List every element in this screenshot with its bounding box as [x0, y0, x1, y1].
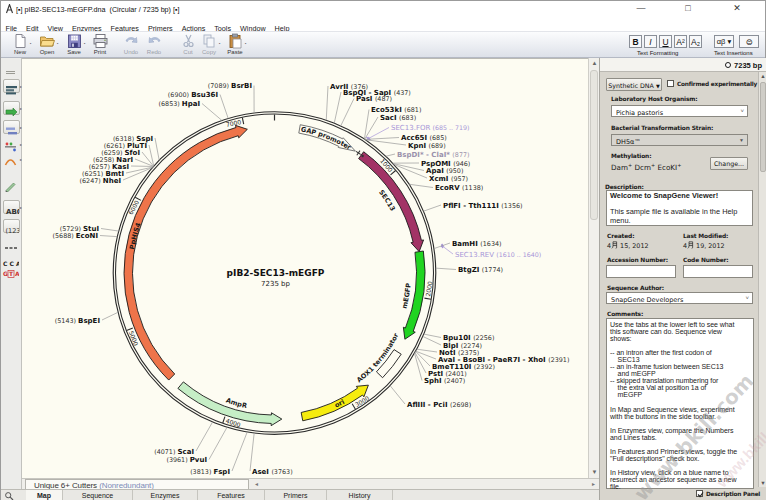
italic-button[interactable]: I [644, 35, 657, 48]
enzyme-label-ecorv[interactable]: EcoRV (1138) [435, 184, 483, 192]
feature-label-megfp: mEGFP [400, 282, 412, 309]
enzyme-label-hpai[interactable]: (6853) HpaI [159, 100, 201, 108]
show-translations-button[interactable] [3, 137, 20, 151]
enzyme-label-pflfi-tth111i[interactable]: PflFI - Tth111I (1356) [443, 202, 523, 210]
show-orfs-button[interactable] [3, 152, 20, 166]
enzyme-label-afliii-pcii[interactable]: AflIII - PciI (2698) [407, 401, 471, 409]
copy-dropdown-icon[interactable]: ▪ [219, 41, 220, 46]
app-icon [5, 4, 14, 14]
tab-primers[interactable]: Primers [265, 490, 327, 500]
methylation-value: Dam+ Dcm+ EcoKI+ [611, 162, 681, 172]
primer-label-sec13-for[interactable]: SEC13.FOR (685 .. 719) [391, 124, 469, 132]
enzyme-label-bamhi[interactable]: BamHI (1634) [452, 240, 502, 248]
tab-sequence[interactable]: Sequence [63, 490, 133, 500]
hscroll-left-icon[interactable]: ◂ [255, 480, 258, 487]
alphabet-insert-button[interactable]: αβ ▾ [714, 35, 734, 48]
enzyme-label-econi[interactable]: (5688) EcoNI [53, 232, 99, 240]
numbering-button[interactable]: (123) [3, 219, 20, 233]
edit-sequence-button[interactable] [3, 177, 20, 191]
enzyme-leader-asei [250, 433, 254, 471]
codons-button[interactable]: C C AGTA [2, 259, 21, 283]
enzyme-leader-bspqi-sapi [334, 92, 341, 123]
print-button[interactable]: Print [87, 33, 113, 58]
tick-7000 [242, 118, 243, 125]
author-dropdown[interactable]: SnapGene Developers˅ [606, 292, 753, 304]
symbol-insert-button[interactable]: ⊜ [739, 35, 759, 48]
enzyme-leader-sspi [155, 138, 159, 160]
redo-button[interactable]: Redo [141, 33, 167, 58]
app-window: [▪] pIB2-SEC13-mEGFP.dna (Circular / 723… [0, 0, 766, 500]
plasmid-map-canvas[interactable]: GAP promotermEGFPSEC13AOX1 terminatorori… [22, 58, 588, 478]
primer-label-sec13-rev[interactable]: SEC13.REV (1610 .. 1640) [455, 251, 541, 259]
panel-scrollbar[interactable]: ▲ ▼ [758, 72, 766, 487]
enzyme-label-asei[interactable]: AseI (3763) [252, 468, 293, 476]
sequence-length-strip: 7235 bp [600, 58, 766, 72]
panel-scroll-down-icon[interactable]: ▼ [759, 480, 766, 486]
code-input[interactable] [683, 265, 753, 278]
panel-scroll-up-icon[interactable]: ▲ [759, 73, 766, 79]
description-box[interactable]: Welcome to SnapGene Viewer!This sample f… [606, 190, 753, 226]
enzyme-label-bsrbi[interactable]: (7089) BsrBI [208, 82, 252, 90]
close-button[interactable]: ✕ [722, 1, 752, 17]
hscroll-right-icon[interactable]: ▸ [592, 480, 595, 487]
enzyme-leader-econi [100, 236, 117, 237]
strain-dropdown[interactable]: DH5α™▼ [611, 134, 748, 146]
enzyme-label-fspi[interactable]: (3813) FspI [190, 468, 230, 476]
sidebar-collapse-handle[interactable] [6, 71, 15, 74]
plasmid-map: GAP promotermEGFPSEC13AOX1 terminatorori… [22, 59, 588, 479]
feature-pphis4[interactable] [124, 125, 247, 380]
enzyme-leader-bsu36i [220, 95, 228, 119]
panel-scroll-thumb[interactable] [760, 82, 766, 172]
enzyme-label-btgzi[interactable]: BtgZI (1774) [458, 266, 503, 274]
maximize-button[interactable]: □ [673, 1, 703, 17]
show-enzymes-button[interactable] [3, 79, 20, 93]
view-tab-bar: MapSequenceEnzymesFeaturesPrimersHistory [1, 489, 599, 500]
search-icon[interactable] [4, 491, 14, 500]
description-panel-checkbox[interactable] [696, 490, 703, 497]
title-bar: [▪] pIB2-SEC13-mEGFP.dna (Circular / 723… [1, 1, 765, 17]
save-dropdown-icon[interactable]: ▪ [84, 41, 85, 46]
host-organism-dropdown[interactable]: Pichia pastoris˅ [611, 105, 748, 117]
tick-6000 [135, 197, 141, 200]
scroll-thumb[interactable] [590, 70, 598, 220]
enzyme-label-kpni[interactable]: KpnI (689) [408, 142, 446, 150]
tab-history[interactable]: History [327, 490, 393, 500]
superscript-button[interactable]: A² [674, 35, 687, 48]
subscript-button[interactable]: A₂ [689, 35, 702, 48]
tab-map[interactable]: Map [26, 490, 63, 500]
open-dropdown-icon[interactable]: ▪ [57, 41, 58, 46]
tab-enzymes[interactable]: Enzymes [133, 490, 198, 500]
enzyme-label-bspei[interactable]: (5143) BspEI [55, 317, 100, 325]
confirmed-checkbox[interactable] [667, 80, 674, 87]
tab-features[interactable]: Features [198, 490, 265, 500]
minimize-button[interactable]: — [626, 1, 656, 17]
comments-box[interactable]: Use the tabs at the lower left to see wh… [606, 318, 754, 489]
enzyme-label-xcmi[interactable]: XcmI (957) [429, 175, 468, 183]
feature-label-gap-promoter: GAP promoter [300, 125, 353, 152]
underline-button[interactable]: U [659, 35, 672, 48]
enzyme-label-bsu36i[interactable]: (6900) Bsu36I [168, 91, 218, 99]
enzyme-label-bspdi-clai-[interactable]: BspDI* - ClaI* (877) [397, 151, 470, 159]
dashes-button[interactable] [3, 238, 20, 252]
enzyme-label-pvui[interactable]: (3961) PvuI [166, 456, 207, 464]
text-insertions-label: Text Insertions [714, 50, 753, 56]
enzyme-label-nhei[interactable]: (6247) NheI [80, 177, 122, 185]
dna-type-dropdown[interactable]: Synthetic DNA ▼ [606, 78, 662, 91]
enzyme-label-pasi[interactable]: PasI (487) [356, 95, 392, 103]
show-primers-button[interactable] [3, 120, 20, 134]
paste-dropdown-icon[interactable]: ▪ [245, 41, 246, 46]
accession-input[interactable] [606, 265, 676, 278]
plasmid-length-label: 7235 bp [261, 280, 290, 288]
labels-button[interactable]: ABC [3, 200, 20, 214]
save-icon [66, 33, 83, 49]
new-dropdown-icon[interactable]: ▪ [30, 41, 31, 46]
enzyme-label-saci[interactable]: SacI (683) [380, 114, 416, 122]
enzyme-label-scai[interactable]: (4071) ScaI [154, 448, 194, 456]
enzyme-leader-scai [196, 422, 213, 451]
toolbar: New▪Open▪Save▪PrintUndoRedoCutCopy▪Paste… [1, 31, 765, 58]
map-vertical-scrollbar[interactable]: ▲ ▼ [588, 58, 599, 478]
bold-button[interactable]: B [629, 35, 642, 48]
show-features-button[interactable] [3, 101, 20, 115]
change-methylation-button[interactable]: Change... [710, 157, 748, 170]
enzyme-label-sphi[interactable]: SphI (2407) [424, 377, 465, 385]
